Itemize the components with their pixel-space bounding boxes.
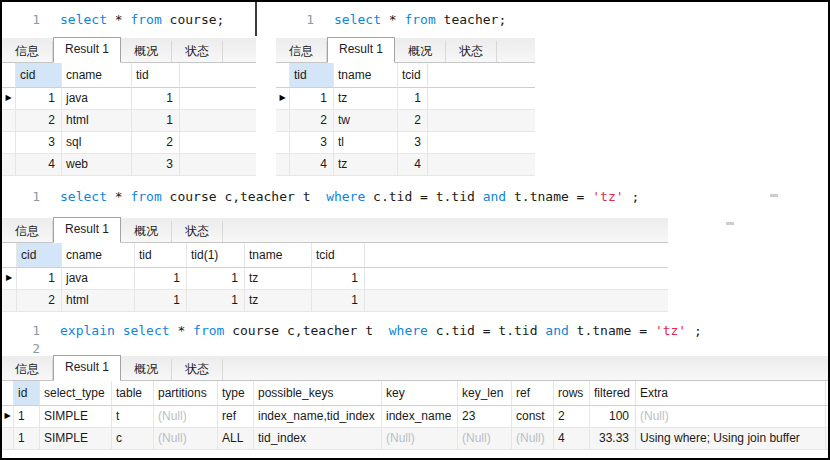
column-header[interactable]: tid [132,63,180,88]
sql-editor[interactable]: 1 select * from course; [2,2,256,38]
column-header[interactable]: type [218,381,254,406]
column-header[interactable]: tid [135,243,187,268]
grid-cell[interactable]: 1 [132,110,180,132]
grid-cell[interactable]: 33.33 [590,428,636,450]
grid-cell[interactable]: 1 [398,88,428,110]
grid-cell[interactable]: 3 [132,154,180,176]
grid-cell[interactable]: web [62,154,132,176]
grid-cell[interactable]: c [112,428,154,450]
column-header[interactable]: tcid [398,63,428,88]
grid-cell[interactable]: 1 [312,290,365,312]
column-header[interactable]: Extra [636,381,826,406]
grid-cell[interactable]: index_name [382,406,458,428]
row-marker[interactable] [276,154,290,176]
row-marker[interactable] [2,132,16,154]
row-marker-icon[interactable]: ▶ [2,268,17,290]
tab-info[interactable]: 信息 [276,41,327,62]
grid-cell[interactable]: 4 [16,154,62,176]
grid-cell[interactable]: tz [245,268,312,290]
grid-cell[interactable]: tz [334,88,398,110]
column-header[interactable]: rows [554,381,590,406]
grid-cell[interactable]: (Null) [154,428,218,450]
grid-cell[interactable]: 1 [14,406,40,428]
column-header[interactable]: tname [245,243,312,268]
grid-cell[interactable]: 1 [14,428,40,450]
grid-cell[interactable]: 1 [135,268,187,290]
grid-cell[interactable]: Using where; Using join buffer [636,428,826,450]
column-header[interactable]: cname [62,243,135,268]
tab-summary[interactable]: 概况 [121,41,172,62]
tab-status[interactable]: 状态 [446,41,497,62]
grid-cell[interactable]: (Null) [512,428,554,450]
grid-cell[interactable]: 4 [290,154,334,176]
grid-cell[interactable]: (Null) [382,428,458,450]
grid-cell[interactable]: SIMPLE [40,406,112,428]
grid-cell[interactable]: 1 [187,290,245,312]
grid-cell[interactable]: (Null) [154,406,218,428]
grid-cell[interactable]: 1 [187,268,245,290]
tab-status[interactable]: 状态 [172,221,223,242]
column-header[interactable]: tname [334,63,398,88]
grid-cell[interactable]: 2 [16,110,62,132]
column-header[interactable]: cname [62,63,132,88]
grid-cell[interactable]: 2 [290,110,334,132]
column-header[interactable]: possible_keys [254,381,382,406]
grid-cell[interactable]: 3 [398,132,428,154]
row-marker[interactable] [2,110,16,132]
grid-cell[interactable]: ref [218,406,254,428]
tab-summary[interactable]: 概况 [395,41,446,62]
tab-info[interactable]: 信息 [2,221,53,242]
grid-cell[interactable]: 1 [290,88,334,110]
tab-summary[interactable]: 概况 [121,359,172,380]
row-marker[interactable] [2,290,17,312]
column-header[interactable]: tid [290,63,334,88]
grid-cell[interactable]: (Null) [458,428,512,450]
tab-result-1[interactable]: Result 1 [53,355,121,381]
sql-editor[interactable]: 1 select * from course c,teacher t where… [2,180,668,218]
row-marker[interactable] [2,154,16,176]
grid-cell[interactable]: 2 [554,406,590,428]
grid-cell[interactable]: tz [245,290,312,312]
row-marker[interactable] [2,428,14,450]
grid-cell[interactable]: 1 [312,268,365,290]
sql-editor[interactable]: 1 select * from teacher; [276,2,535,38]
grid-cell[interactable]: 1 [17,268,62,290]
grid-cell[interactable]: html [62,110,132,132]
row-marker[interactable] [276,110,290,132]
column-header[interactable]: partitions [154,381,218,406]
grid-cell[interactable]: 3 [16,132,62,154]
column-header[interactable]: id [14,381,40,406]
tab-info[interactable]: 信息 [2,41,53,62]
grid-cell[interactable]: (Null) [636,406,826,428]
grid-cell[interactable]: 4 [554,428,590,450]
grid-cell[interactable]: 23 [458,406,512,428]
column-header[interactable]: cid [17,243,62,268]
column-header[interactable]: tcid [312,243,365,268]
grid-cell[interactable]: html [62,290,135,312]
grid-cell[interactable]: 2 [17,290,62,312]
grid-cell[interactable]: 2 [398,110,428,132]
column-header[interactable]: filtered [590,381,636,406]
grid-cell[interactable]: ALL [218,428,254,450]
row-marker-icon[interactable]: ▶ [276,88,290,110]
grid-cell[interactable]: const [512,406,554,428]
tab-status[interactable]: 状态 [172,41,223,62]
grid-cell[interactable]: index_name,tid_index [254,406,382,428]
column-header[interactable]: ref [512,381,554,406]
tab-summary[interactable]: 概况 [121,221,172,242]
row-marker-icon[interactable]: ▶ [2,406,14,428]
grid-cell[interactable]: 1 [16,88,62,110]
grid-cell[interactable]: 1 [132,88,180,110]
tab-info[interactable]: 信息 [2,359,53,380]
grid-cell[interactable]: 100 [590,406,636,428]
grid-cell[interactable]: java [62,88,132,110]
column-header[interactable]: select_type [40,381,112,406]
column-header[interactable]: key [382,381,458,406]
sql-editor[interactable]: 1 explain select * from course c,teacher… [2,316,828,356]
column-header[interactable]: cid [16,63,62,88]
grid-cell[interactable]: t [112,406,154,428]
row-marker-icon[interactable]: ▶ [2,88,16,110]
column-header[interactable]: table [112,381,154,406]
tab-result-1[interactable]: Result 1 [53,37,121,63]
row-marker[interactable] [276,132,290,154]
